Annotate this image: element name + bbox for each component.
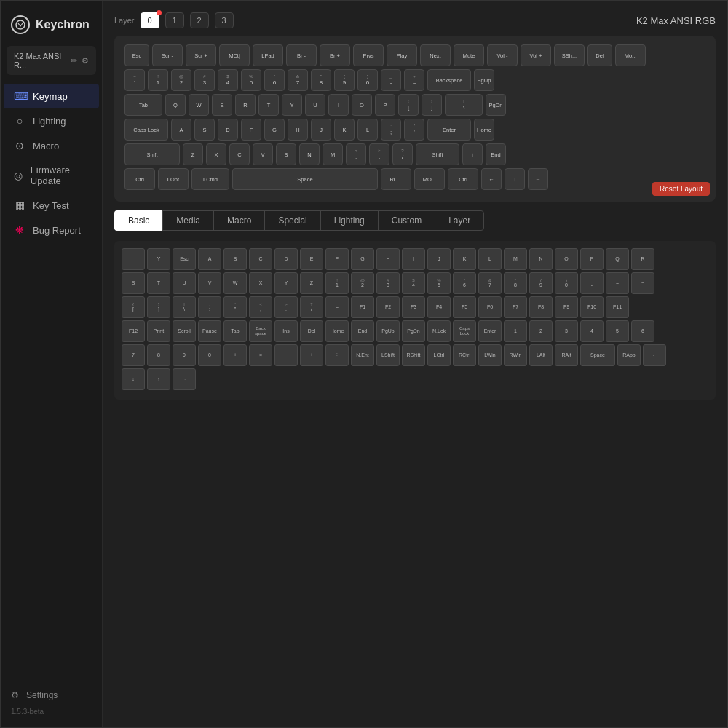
grid-key-L[interactable]: L: [478, 248, 502, 270]
key-mo[interactable]: Mo...: [615, 44, 646, 66]
grid-key-PgDn[interactable]: PgDn: [402, 320, 425, 342]
key-semicolon[interactable]: :;: [381, 119, 401, 141]
grid-key-dollar-4[interactable]: $4: [402, 272, 425, 294]
edit-icon[interactable]: ✏: [71, 56, 77, 66]
key-pgdn[interactable]: PgDn: [486, 94, 506, 116]
layer-btn-0[interactable]: 0: [141, 12, 159, 28]
key-z[interactable]: Z: [183, 143, 203, 165]
grid-key-F[interactable]: F: [325, 248, 349, 270]
grid-key-F7[interactable]: F7: [504, 296, 527, 318]
key-h[interactable]: H: [288, 119, 308, 141]
grid-key-tilde[interactable]: ~: [631, 272, 654, 294]
grid-key-X[interactable]: X: [249, 272, 272, 294]
grid-key-RApp[interactable]: RApp: [617, 344, 641, 366]
grid-key-J[interactable]: J: [427, 248, 451, 270]
sidebar-item-bugreport[interactable]: ❋ Bug Report: [4, 218, 99, 242]
key-prvs[interactable]: Prvs: [353, 44, 384, 66]
key-quote[interactable]: "': [404, 119, 424, 141]
key-g[interactable]: G: [264, 119, 285, 141]
key-m[interactable]: M: [323, 143, 343, 165]
key-mctl[interactable]: MCt|: [219, 44, 250, 66]
grid-key-caret-6[interactable]: ^6: [453, 272, 476, 294]
key-8[interactable]: *8: [311, 69, 331, 91]
grid-key-underscore[interactable]: _-: [580, 272, 604, 294]
key-right[interactable]: →: [528, 168, 548, 190]
grid-key-O[interactable]: O: [555, 248, 578, 270]
key-period[interactable]: >.: [369, 143, 389, 165]
grid-key-C[interactable]: C: [249, 248, 272, 270]
grid-key-arr-right[interactable]: →: [173, 368, 196, 390]
grid-key-Home[interactable]: Home: [325, 320, 349, 342]
key-next[interactable]: Next: [420, 44, 451, 66]
grid-key-Backspace[interactable]: Backspace: [249, 320, 272, 342]
grid-key-empty[interactable]: [122, 248, 145, 270]
grid-key-F5[interactable]: F5: [453, 296, 476, 318]
grid-key-num0[interactable]: 0: [198, 344, 221, 366]
key-o[interactable]: O: [352, 94, 372, 116]
key-0[interactable]: )0: [357, 69, 378, 91]
key-rshift[interactable]: Shift: [416, 143, 459, 165]
grid-key-N[interactable]: N: [529, 248, 553, 270]
tab-basic[interactable]: Basic: [114, 210, 162, 231]
grid-key-G[interactable]: G: [351, 248, 374, 270]
grid-key-numdiv[interactable]: ÷: [325, 344, 349, 366]
grid-key-pipe-bs[interactable]: |\: [173, 296, 196, 318]
grid-key-Z[interactable]: Z: [300, 272, 323, 294]
grid-key-K[interactable]: K: [453, 248, 476, 270]
grid-key-S[interactable]: S: [122, 272, 145, 294]
grid-key-colon[interactable]: ;:: [198, 296, 221, 318]
key-3[interactable]: #3: [194, 69, 215, 91]
grid-key-V[interactable]: V: [198, 272, 221, 294]
key-end[interactable]: End: [486, 143, 506, 165]
key-1[interactable]: !1: [148, 69, 168, 91]
grid-key-num3[interactable]: 3: [555, 320, 578, 342]
grid-key-dquote[interactable]: '": [223, 296, 247, 318]
key-lctrl[interactable]: Ctrl: [124, 168, 155, 190]
grid-key-F8[interactable]: F8: [529, 296, 553, 318]
grid-key-lparen-9[interactable]: (9: [529, 272, 553, 294]
grid-key-NEnt[interactable]: N.Ent: [351, 344, 374, 366]
key-mo2[interactable]: MO...: [414, 168, 445, 190]
grid-key-Enter[interactable]: Enter: [478, 320, 502, 342]
grid-key-LCtrl[interactable]: LCtrl: [427, 344, 451, 366]
key-space[interactable]: Space: [232, 168, 378, 190]
key-backtick[interactable]: ~`: [124, 69, 145, 91]
key-minus[interactable]: _-: [381, 69, 401, 91]
tab-layer[interactable]: Layer: [435, 210, 484, 231]
grid-key-gt-period[interactable]: >.: [274, 296, 298, 318]
grid-key-num2[interactable]: 2: [529, 320, 553, 342]
grid-key-lbrace[interactable]: {[: [122, 296, 145, 318]
grid-key-Scroll[interactable]: Scroll: [173, 320, 196, 342]
grid-key-LAlt[interactable]: LAlt: [529, 344, 553, 366]
key-d[interactable]: D: [218, 119, 238, 141]
key-x[interactable]: X: [206, 143, 226, 165]
key-y[interactable]: Y: [282, 94, 302, 116]
grid-key-A[interactable]: A: [198, 248, 221, 270]
key-up[interactable]: ↑: [462, 143, 483, 165]
grid-key-NLck[interactable]: N.Lck: [427, 320, 451, 342]
grid-key-num1[interactable]: 1: [504, 320, 527, 342]
grid-key-B[interactable]: B: [223, 248, 247, 270]
grid-key-P[interactable]: P: [580, 248, 604, 270]
key-u[interactable]: U: [305, 94, 325, 116]
key-lcmd[interactable]: LCmd: [191, 168, 229, 190]
key-rbracket[interactable]: }]: [422, 94, 442, 116]
key-scr-minus[interactable]: Scr -: [152, 44, 183, 66]
key-a[interactable]: A: [171, 119, 191, 141]
key-9[interactable]: (9: [334, 69, 355, 91]
reset-layout-button[interactable]: Reset Layout: [652, 182, 710, 196]
key-r[interactable]: R: [235, 94, 256, 116]
layer-btn-2[interactable]: 2: [190, 12, 209, 28]
grid-key-F12[interactable]: F12: [122, 320, 145, 342]
grid-key-F11[interactable]: F11: [606, 296, 629, 318]
key-lbracket[interactable]: {[: [398, 94, 419, 116]
tab-custom[interactable]: Custom: [378, 210, 435, 231]
grid-key-CapsLock[interactable]: CapsLock: [453, 320, 476, 342]
key-left[interactable]: ←: [481, 168, 502, 190]
layer-btn-3[interactable]: 3: [215, 12, 234, 28]
key-home[interactable]: Home: [474, 119, 494, 141]
grid-key-hash-3[interactable]: #3: [376, 272, 400, 294]
grid-key-Pause[interactable]: Pause: [198, 320, 221, 342]
key-q[interactable]: Q: [165, 94, 186, 116]
key-del[interactable]: Del: [587, 44, 612, 66]
